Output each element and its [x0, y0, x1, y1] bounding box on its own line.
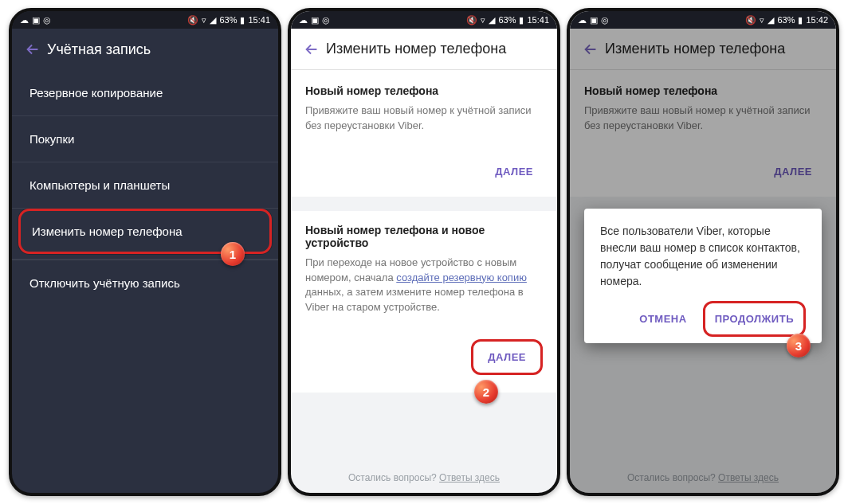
wifi-icon: ▿: [481, 15, 485, 25]
card-new-number-device: Новый номер телефона и новое устройство …: [291, 211, 557, 328]
signal-icon: ◢: [210, 15, 216, 25]
footer-help: Остались вопросы? Ответы здесь: [291, 472, 557, 483]
app-bar: Изменить номер телефона: [291, 29, 557, 70]
battery-icon: ▮: [240, 15, 245, 25]
menu-item-label: Изменить номер телефона: [32, 225, 183, 238]
confirm-dialog: Все пользователи Viber, которые внесли в…: [584, 209, 822, 343]
menu-item-backup[interactable]: Резервное копирование: [12, 70, 278, 115]
card-action-row: ДАЛЕЕ: [291, 147, 557, 197]
photo-icon: ▣: [590, 15, 598, 25]
continue-button-highlight: ПРОДОЛЖИТЬ: [703, 301, 806, 337]
next-button-highlight: ДАЛЕЕ: [471, 339, 543, 375]
page-title: Изменить номер телефона: [326, 41, 506, 57]
app-bar: Учётная запись: [12, 29, 278, 70]
battery-percent: 63%: [219, 15, 237, 25]
battery-icon: ▮: [519, 15, 524, 25]
mute-icon: 🔇: [466, 15, 477, 25]
status-time: 15:41: [527, 15, 549, 25]
card-heading: Новый номер телефона: [305, 84, 543, 97]
cloud-icon: ☁: [20, 15, 29, 25]
viber-icon: ◎: [43, 15, 51, 25]
step-badge-2: 2: [474, 380, 498, 404]
dialog-text: Все пользователи Viber, которые внесли в…: [600, 223, 806, 290]
back-icon[interactable]: [297, 35, 326, 64]
card-desc: Привяжите ваш новый номер к учётной запи…: [305, 104, 543, 134]
cloud-icon: ☁: [578, 15, 587, 25]
desc-text: данных, а затем измените номер телефона …: [305, 286, 524, 313]
continue-button[interactable]: ПРОДОЛЖИТЬ: [707, 305, 802, 333]
status-bar: ☁ ▣ ◎ 🔇 ▿ ◢ 63% ▮ 15:42: [570, 11, 836, 29]
viber-icon: ◎: [322, 15, 330, 25]
status-bar: ☁ ▣ ◎ 🔇 ▿ ◢ 63% ▮ 15:41: [291, 11, 557, 29]
card-desc: При переходе на новое устройство с новым…: [305, 256, 543, 315]
viber-icon: ◎: [601, 15, 609, 25]
menu-item-disconnect[interactable]: Отключить учётную запись: [12, 260, 278, 306]
cancel-button[interactable]: ОТМЕНА: [630, 305, 696, 333]
content: Новый номер телефона Привяжите ваш новый…: [291, 70, 557, 493]
phone-screen-3: ☁ ▣ ◎ 🔇 ▿ ◢ 63% ▮ 15:42 Изменить номер т…: [567, 8, 839, 496]
footer-text: Остались вопросы?: [348, 472, 439, 483]
card-new-number: Новый номер телефона Привяжите ваш новый…: [291, 70, 557, 147]
step-badge-3: 3: [787, 334, 811, 357]
phone-screen-2: ☁ ▣ ◎ 🔇 ▿ ◢ 63% ▮ 15:41 Изменить номер т…: [288, 8, 560, 496]
battery-percent: 63%: [777, 15, 795, 25]
wifi-icon: ▿: [202, 15, 206, 25]
answers-link[interactable]: Ответы здесь: [439, 472, 500, 483]
battery-icon: ▮: [798, 15, 803, 25]
card-action-row: ДАЛЕЕ 2: [291, 328, 557, 393]
status-time: 15:42: [806, 15, 828, 25]
menu-list: Резервное копирование Покупки Компьютеры…: [12, 70, 278, 493]
status-bar: ☁ ▣ ◎ 🔇 ▿ ◢ 63% ▮ 15:41: [12, 11, 278, 29]
step-badge-1: 1: [221, 242, 245, 266]
create-backup-link[interactable]: создайте резервную копию: [396, 272, 527, 283]
photo-icon: ▣: [32, 15, 40, 25]
menu-item-purchases[interactable]: Покупки: [12, 115, 278, 162]
signal-icon: ◢: [489, 15, 495, 25]
photo-icon: ▣: [311, 15, 319, 25]
page-title: Учётная запись: [47, 41, 151, 58]
cloud-icon: ☁: [299, 15, 308, 25]
back-icon[interactable]: [18, 35, 47, 64]
phone-screen-1: ☁ ▣ ◎ 🔇 ▿ ◢ 63% ▮ 15:41 Учётная запись Р…: [9, 8, 281, 496]
card-heading: Новый номер телефона и новое устройство: [305, 224, 543, 249]
next-button[interactable]: ДАЛЕЕ: [475, 343, 539, 371]
signal-icon: ◢: [768, 15, 774, 25]
menu-item-devices[interactable]: Компьютеры и планшеты: [12, 162, 278, 208]
wifi-icon: ▿: [760, 15, 764, 25]
status-time: 15:41: [248, 15, 270, 25]
mute-icon: 🔇: [187, 15, 198, 25]
next-button[interactable]: ДАЛЕЕ: [485, 158, 543, 186]
mute-icon: 🔇: [745, 15, 756, 25]
battery-percent: 63%: [498, 15, 516, 25]
